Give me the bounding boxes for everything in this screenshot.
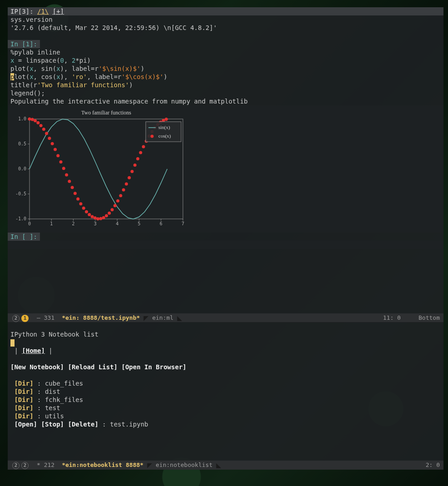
svg-point-69: [142, 145, 145, 149]
open-action[interactable]: [Open]: [14, 421, 37, 428]
svg-point-62: [122, 188, 125, 192]
badge-ws-2b[interactable]: 2: [12, 462, 20, 469]
svg-point-67: [136, 157, 139, 160]
svg-point-41: [62, 167, 65, 170]
svg-point-33: [39, 124, 43, 127]
svg-point-35: [45, 132, 48, 135]
dir-name[interactable]: dist: [45, 388, 60, 395]
cell-1-output-text: Populating the interactive namespace fro…: [8, 97, 443, 105]
svg-text:1.0: 1.0: [18, 116, 26, 121]
modeline-modified: — 331: [33, 314, 58, 322]
svg-text:1: 1: [50, 221, 53, 226]
svg-point-64: [128, 176, 131, 179]
svg-point-48: [82, 207, 85, 210]
svg-point-49: [85, 210, 88, 213]
svg-point-51: [91, 215, 94, 218]
badge-ws-2c[interactable]: 2: [21, 462, 29, 469]
cell-1-code[interactable]: %pylab inline x = linspace(0, 2*pi) plot…: [8, 48, 443, 97]
svg-point-39: [56, 154, 59, 157]
home-link[interactable]: [Home]: [22, 347, 45, 354]
svg-point-30: [31, 118, 34, 121]
svg-point-45: [74, 192, 77, 195]
svg-point-29: [28, 118, 31, 121]
svg-point-46: [76, 197, 79, 200]
svg-point-59: [113, 204, 117, 207]
cell-1-prompt: In [1]:: [8, 40, 40, 48]
major-mode-bot: ein:notebooklist: [152, 461, 216, 469]
buffer-name-top[interactable]: *ein: 8888/test.ipynb*: [58, 314, 143, 322]
svg-text:-1.0: -1.0: [15, 216, 26, 221]
svg-point-38: [54, 148, 57, 151]
emacs-top-pane[interactable]: IP[3]: /1\ [+] sys.version '2.7.6 (defau…: [8, 7, 443, 313]
svg-text:6: 6: [160, 221, 162, 226]
reload-list-button[interactable]: [Reload List]: [68, 363, 118, 371]
svg-point-68: [139, 151, 142, 154]
svg-point-60: [116, 199, 119, 203]
svg-text:5: 5: [138, 221, 140, 226]
ip-header-line: IP[3]: /1\ [+]: [8, 7, 443, 15]
svg-point-44: [71, 186, 74, 189]
svg-text:-0.5: -0.5: [15, 191, 26, 196]
badge-ws-1[interactable]: 1: [21, 315, 29, 322]
svg-point-36: [48, 137, 51, 140]
svg-text:Two familiar functions: Two familiar functions: [81, 109, 131, 116]
dir-tag[interactable]: [Dir]: [14, 388, 33, 395]
svg-text:4: 4: [116, 221, 118, 226]
cell-empty-body[interactable]: [8, 241, 443, 249]
dir-tag[interactable]: [Dir]: [14, 380, 33, 387]
dir-name[interactable]: utils: [45, 412, 64, 420]
svg-text:0.0: 0.0: [18, 166, 26, 171]
svg-point-43: [68, 180, 71, 183]
svg-point-50: [88, 213, 91, 216]
svg-point-40: [59, 160, 63, 164]
svg-point-52: [94, 216, 97, 219]
svg-text:2: 2: [72, 221, 75, 226]
svg-point-63: [125, 182, 128, 185]
workspace-indicator[interactable]: /1\: [37, 8, 49, 15]
buffer-name-bot[interactable]: *ein:notebooklist 8888*: [58, 461, 147, 469]
svg-text:0.5: 0.5: [18, 141, 26, 146]
scroll-pos-top: Bottom: [418, 314, 440, 321]
dir-tag[interactable]: [Dir]: [14, 396, 33, 403]
svg-point-47: [79, 202, 82, 205]
svg-point-58: [111, 208, 114, 211]
svg-point-42: [65, 174, 68, 177]
modeline-modified-bot: * 212: [33, 461, 58, 469]
modeline-bottom: 22 * 212 *ein:notebooklist 8888* ◤ ein:n…: [8, 461, 443, 470]
new-tab-button[interactable]: [+]: [53, 8, 64, 15]
svg-text:cos(x): cos(x): [158, 133, 171, 139]
emacs-bottom-pane[interactable]: IPython 3 Notebook list | [Home] | [New …: [8, 322, 443, 461]
dir-tag[interactable]: [Dir]: [14, 412, 33, 420]
svg-text:3: 3: [94, 221, 97, 226]
modeline-top: 21 — 331 *ein: 8888/test.ipynb* ◤ ein:ml…: [8, 313, 443, 322]
badge-ws-2[interactable]: 2: [12, 315, 20, 322]
svg-point-55: [102, 216, 105, 219]
new-notebook-button[interactable]: [New Notebook]: [10, 363, 64, 371]
dir-name[interactable]: fchk_files: [45, 396, 83, 403]
ip-label: IP[3]:: [10, 8, 34, 15]
svg-point-54: [99, 217, 102, 220]
stop-action[interactable]: [Stop]: [41, 421, 64, 428]
svg-point-57: [108, 212, 111, 215]
svg-text:7: 7: [182, 221, 184, 226]
svg-point-34: [42, 128, 45, 131]
cursor-pos-bot: 2: 0: [426, 461, 440, 468]
delete-action[interactable]: [Delete]: [68, 421, 98, 428]
cell-empty-prompt: In [ ]:: [8, 233, 40, 241]
dir-tag[interactable]: [Dir]: [14, 404, 33, 412]
svg-point-81: [151, 135, 154, 138]
svg-point-77: [165, 118, 168, 121]
notebook-list-title: IPython 3 Notebook list: [10, 331, 98, 338]
dir-name[interactable]: cube_files: [45, 380, 83, 387]
dir-name[interactable]: test: [45, 404, 60, 412]
svg-point-37: [51, 142, 54, 145]
file-name[interactable]: test.ipynb: [110, 421, 148, 428]
svg-text:0: 0: [28, 221, 31, 226]
svg-point-66: [133, 164, 137, 167]
svg-text:sin(x): sin(x): [158, 124, 170, 130]
major-mode-top: ein:ml: [148, 314, 177, 322]
open-in-browser-button[interactable]: [Open In Browser]: [121, 363, 186, 371]
svg-point-32: [36, 121, 39, 124]
cursor-pos-top: 11: 0: [383, 314, 401, 321]
cursor-bottom: [10, 339, 15, 347]
